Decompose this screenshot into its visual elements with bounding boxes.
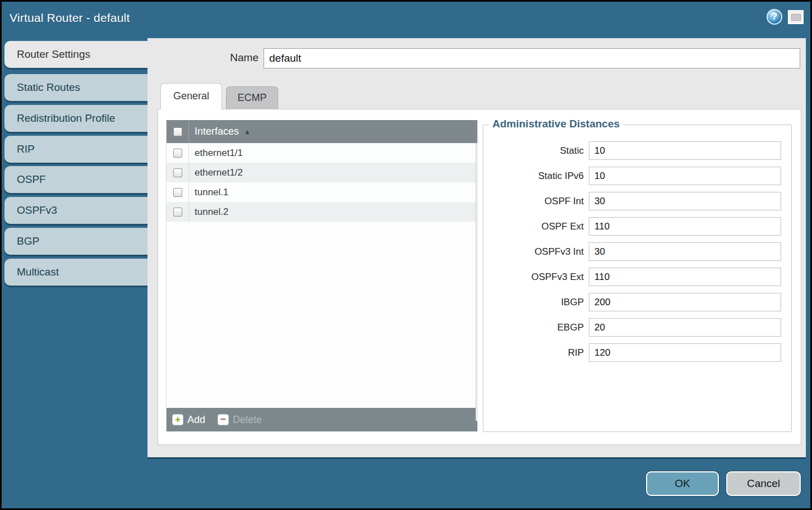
ospf-ext-input[interactable]: [589, 217, 781, 236]
interface-name: ethernet1/1: [189, 148, 243, 159]
sidebar-item-rip[interactable]: RIP: [4, 136, 147, 163]
fieldset-fields: Static Static IPv6 OSPF Int OSPF Ext OSP…: [483, 141, 791, 369]
add-button[interactable]: + Add: [172, 414, 205, 426]
ibgp-input[interactable]: [589, 293, 781, 311]
ospf-int-input[interactable]: [589, 192, 781, 210]
field-row-ospfv3-ext: OSPFv3 Ext: [483, 268, 791, 286]
ebgp-input[interactable]: [589, 318, 781, 337]
row-checkbox[interactable]: [173, 149, 182, 158]
name-input[interactable]: [264, 48, 800, 68]
sidebar-item-router-settings[interactable]: Router Settings: [4, 41, 147, 68]
help-icon[interactable]: ?: [767, 9, 782, 25]
row-checkbox[interactable]: [173, 168, 182, 177]
field-row-ospf-int: OSPF Int: [483, 192, 791, 210]
table-row[interactable]: ethernet1/1: [167, 143, 477, 163]
static-input[interactable]: [589, 141, 781, 160]
interfaces-header-label: Interfaces: [189, 126, 239, 137]
delete-button[interactable]: − Delete: [218, 414, 262, 426]
interfaces-column-header[interactable]: Interfaces ▲: [167, 120, 477, 143]
table-row[interactable]: ethernet1/2: [167, 163, 477, 182]
name-label: Name: [170, 52, 259, 64]
field-row-static-ipv6: Static IPv6: [483, 167, 791, 185]
sort-ascending-icon: ▲: [244, 128, 251, 136]
rip-input[interactable]: [589, 343, 781, 362]
field-row-ibgp: IBGP: [483, 293, 791, 311]
interfaces-table: Interfaces ▲ ethernet1/1 ethernet1/2 tun…: [166, 120, 478, 431]
window-restore-icon[interactable]: [788, 10, 804, 24]
interface-name: ethernet1/2: [189, 167, 243, 178]
table-empty-area: [167, 222, 477, 408]
plus-icon: +: [172, 414, 183, 425]
titlebar-icons: ?: [767, 9, 804, 25]
field-row-ebgp: EBGP: [483, 318, 791, 337]
tab-general[interactable]: General: [160, 83, 222, 109]
sidebar-item-ospfv3[interactable]: OSPFv3: [4, 197, 147, 224]
general-tab-panel: Interfaces ▲ ethernet1/1 ethernet1/2 tun…: [158, 109, 801, 445]
fieldset-legend: Administrative Distances: [489, 118, 623, 130]
ospfv3-int-input[interactable]: [589, 242, 781, 261]
interface-name: tunnel.1: [189, 187, 229, 198]
table-row[interactable]: tunnel.1: [167, 182, 477, 202]
table-scrollbar[interactable]: [476, 143, 478, 421]
ok-button[interactable]: OK: [646, 471, 719, 496]
table-row[interactable]: tunnel.2: [167, 202, 477, 222]
sidebar-item-multicast[interactable]: Multicast: [4, 259, 147, 286]
cancel-button[interactable]: Cancel: [726, 471, 801, 496]
ospfv3-ext-input[interactable]: [589, 268, 781, 286]
field-row-static: Static: [483, 141, 791, 160]
sidebar-item-static-routes[interactable]: Static Routes: [4, 74, 147, 101]
table-toolbar: + Add − Delete: [167, 408, 477, 431]
row-checkbox[interactable]: [173, 188, 182, 197]
dialog-title: Virtual Router - default: [10, 11, 130, 25]
virtual-router-dialog: Virtual Router - default ? Router Settin…: [0, 0, 812, 510]
field-row-rip: RIP: [483, 343, 791, 362]
sidebar-item-bgp[interactable]: BGP: [4, 228, 147, 255]
minus-icon: −: [218, 414, 229, 425]
static-ipv6-input[interactable]: [589, 167, 781, 185]
sidebar-item-ospf[interactable]: OSPF: [4, 166, 147, 193]
administrative-distances-fieldset: Administrative Distances Static Static I…: [483, 125, 792, 432]
row-checkbox[interactable]: [173, 208, 182, 217]
tab-ecmp[interactable]: ECMP: [226, 86, 278, 109]
interface-name: tunnel.2: [189, 206, 229, 218]
field-row-ospf-ext: OSPF Ext: [483, 217, 791, 236]
field-row-ospfv3-int: OSPFv3 Int: [483, 242, 791, 261]
select-all-checkbox[interactable]: [173, 127, 182, 136]
sidebar-item-redistribution-profile[interactable]: Redistribution Profile: [4, 105, 147, 132]
